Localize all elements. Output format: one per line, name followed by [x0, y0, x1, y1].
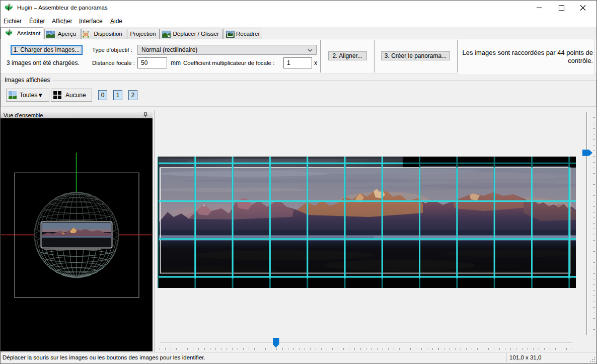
svg-text:GL: GL [46, 31, 51, 34]
svg-text:IXI: IXI [84, 32, 88, 37]
